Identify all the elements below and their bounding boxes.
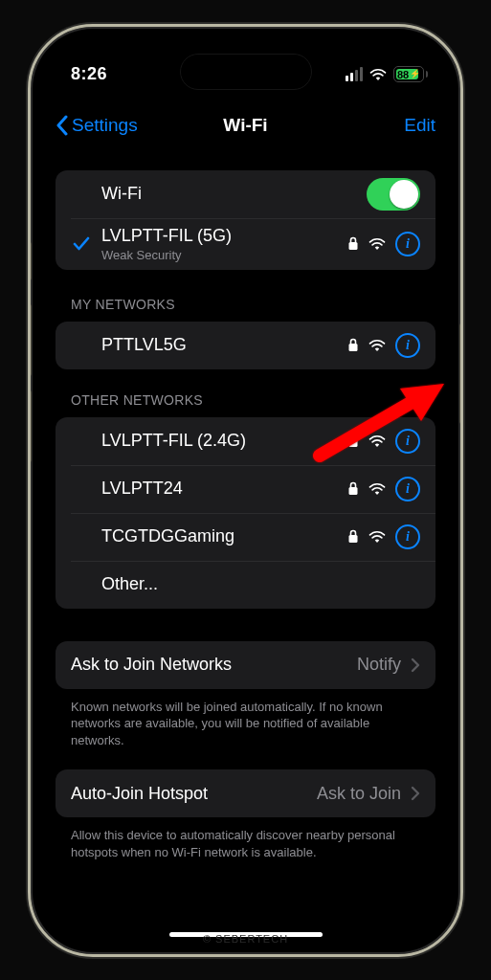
wifi-toggle-label: Wi-Fi bbox=[101, 184, 357, 204]
auto-join-group: Auto-Join Hotspot Ask to Join bbox=[56, 769, 435, 817]
lock-icon bbox=[347, 236, 359, 251]
info-button[interactable]: i bbox=[395, 524, 420, 549]
ask-to-join-label: Ask to Join Networks bbox=[71, 655, 347, 675]
wifi-icon bbox=[368, 339, 386, 352]
auto-join-footer: Allow this device to automatically disco… bbox=[71, 827, 420, 860]
connected-subtitle: Weak Security bbox=[101, 248, 338, 262]
chevron-left-icon bbox=[56, 115, 69, 136]
other-network-row[interactable]: Other... bbox=[56, 561, 435, 609]
side-button bbox=[28, 242, 32, 280]
info-button[interactable]: i bbox=[395, 333, 420, 358]
device-frame: 8:26 88⚡ bbox=[28, 24, 463, 957]
cellular-signal-icon bbox=[346, 67, 363, 81]
battery-percent: 88 bbox=[397, 69, 409, 80]
volume-up-button bbox=[28, 304, 32, 376]
status-time: 8:26 bbox=[71, 64, 107, 84]
network-ssid: PTTLVL5G bbox=[101, 335, 338, 355]
back-button[interactable]: Settings bbox=[56, 115, 138, 136]
ask-to-join-footer: Known networks will be joined automatica… bbox=[71, 699, 420, 749]
wifi-toggle-group: Wi-Fi LVLPTT-FIL (5G) Weak Security bbox=[56, 170, 435, 270]
network-row[interactable]: TCGTDGGaming i bbox=[56, 513, 435, 561]
other-networks-group: LVLPTT-FIL (2.4G) i LVLPTT24 bbox=[56, 417, 435, 609]
auto-join-row[interactable]: Auto-Join Hotspot Ask to Join bbox=[56, 769, 435, 817]
my-networks-header: MY NETWORKS bbox=[71, 297, 435, 312]
lock-icon bbox=[347, 434, 359, 448]
other-networks-header: OTHER NETWORKS bbox=[71, 392, 435, 408]
content-scroll[interactable]: Wi-Fi LVLPTT-FIL (5G) Weak Security bbox=[36, 167, 455, 933]
network-row[interactable]: PTTLVL5G i bbox=[56, 322, 435, 369]
chevron-right-icon bbox=[411, 786, 420, 801]
wifi-icon bbox=[368, 530, 386, 544]
lock-icon bbox=[347, 529, 359, 544]
connected-network-row[interactable]: LVLPTT-FIL (5G) Weak Security i bbox=[56, 218, 435, 270]
lock-icon bbox=[347, 338, 359, 352]
svg-rect-1 bbox=[349, 344, 358, 351]
other-label: Other... bbox=[101, 574, 420, 594]
wifi-icon bbox=[369, 68, 387, 81]
network-row[interactable]: LVLPTT-FIL (2.4G) i bbox=[56, 417, 435, 465]
volume-down-button bbox=[28, 390, 32, 462]
connected-ssid: LVLPTT-FIL (5G) bbox=[101, 226, 338, 246]
info-button[interactable]: i bbox=[395, 429, 420, 454]
edit-button[interactable]: Edit bbox=[404, 115, 435, 136]
auto-join-value: Ask to Join bbox=[317, 784, 401, 804]
svg-rect-0 bbox=[349, 242, 358, 250]
wifi-icon bbox=[368, 434, 386, 448]
nav-bar: Settings Wi-Fi Edit bbox=[36, 115, 455, 136]
network-row[interactable]: LVLPTT24 i bbox=[56, 465, 435, 513]
status-bar: 8:26 88⚡ bbox=[36, 33, 455, 100]
my-networks-group: PTTLVL5G i bbox=[56, 322, 435, 369]
network-ssid: TCGTDGGaming bbox=[101, 526, 338, 546]
chevron-right-icon bbox=[411, 657, 420, 673]
checkmark-icon bbox=[71, 236, 92, 252]
network-ssid: LVLPTT-FIL (2.4G) bbox=[101, 431, 338, 451]
svg-rect-4 bbox=[349, 535, 358, 543]
wifi-toggle[interactable] bbox=[367, 178, 420, 211]
battery-indicator: 88⚡ bbox=[393, 66, 428, 82]
info-button[interactable]: i bbox=[395, 477, 420, 501]
network-ssid: LVLPTT24 bbox=[101, 479, 338, 499]
wifi-toggle-row[interactable]: Wi-Fi bbox=[56, 170, 435, 218]
back-label: Settings bbox=[72, 115, 138, 136]
svg-rect-2 bbox=[349, 439, 358, 447]
lock-icon bbox=[347, 481, 359, 496]
watermark: © SEBERTECH bbox=[203, 933, 288, 945]
wifi-icon bbox=[368, 237, 386, 251]
svg-rect-3 bbox=[349, 487, 358, 495]
power-button bbox=[459, 323, 463, 424]
auto-join-label: Auto-Join Hotspot bbox=[71, 784, 307, 804]
wifi-icon bbox=[368, 482, 386, 496]
ask-to-join-row[interactable]: Ask to Join Networks Notify bbox=[56, 641, 435, 689]
info-button[interactable]: i bbox=[395, 232, 420, 256]
ask-to-join-group: Ask to Join Networks Notify bbox=[56, 641, 435, 689]
ask-to-join-value: Notify bbox=[357, 655, 401, 675]
